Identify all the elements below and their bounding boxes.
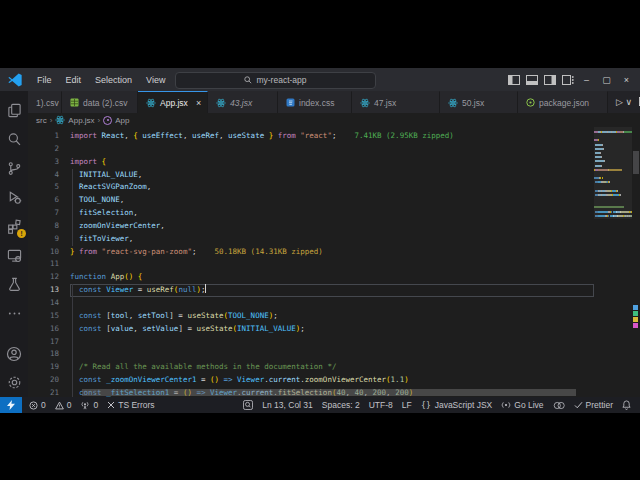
tab-App.jsx[interactable]: App.jsx×: [138, 91, 208, 113]
line-number[interactable]: 1: [28, 130, 70, 143]
problems-warnings[interactable]: 0: [55, 400, 72, 410]
layout-panel-icon[interactable]: [525, 73, 538, 86]
code-line[interactable]: const Viewer = useRef(null);: [70, 284, 594, 297]
encoding[interactable]: UTF-8: [369, 400, 393, 410]
explorer-icon[interactable]: [0, 96, 28, 125]
code-line[interactable]: } from "react-svg-pan-zoom"; 50.18KB (14…: [70, 246, 594, 259]
account-icon[interactable]: [0, 339, 28, 368]
menu-edit[interactable]: Edit: [59, 75, 89, 85]
minimap[interactable]: [594, 127, 632, 397]
cursor-position[interactable]: Ln 13, Col 31: [262, 400, 313, 410]
restore-button[interactable]: ▢: [599, 68, 614, 91]
code-line[interactable]: function App() {: [70, 271, 594, 284]
editor[interactable]: 123456789101112131415161718192021 import…: [28, 127, 640, 397]
vertical-scrollbar[interactable]: [632, 127, 640, 397]
code-line[interactable]: [70, 348, 594, 361]
code-line[interactable]: [70, 297, 594, 310]
ts-errors-indicator[interactable]: TS Errors: [107, 400, 154, 410]
tab-data--2-.csv[interactable]: data (2).csv: [62, 91, 138, 113]
code-line[interactable]: ReactSVGPanZoom,: [70, 181, 594, 194]
line-number[interactable]: 3: [28, 156, 70, 169]
tab-close-icon[interactable]: ×: [196, 98, 201, 108]
line-number[interactable]: 2: [28, 143, 70, 156]
menu-selection[interactable]: Selection: [88, 75, 139, 85]
layout-sidebar-right-icon[interactable]: [543, 73, 556, 86]
minimap-slider[interactable]: [594, 127, 632, 219]
settings-gear-icon[interactable]: [0, 368, 28, 397]
code-line[interactable]: import {: [70, 156, 594, 169]
code-line[interactable]: zoomOnViewerCenter,: [70, 220, 594, 233]
code-line[interactable]: import React, { useEffect, useRef, useSt…: [70, 130, 594, 143]
line-number[interactable]: 16: [28, 323, 70, 336]
prettier[interactable]: Prettier: [574, 400, 613, 410]
line-number[interactable]: 11: [28, 258, 70, 271]
editor-gutter[interactable]: 123456789101112131415161718192021: [28, 127, 70, 397]
line-number[interactable]: 14: [28, 297, 70, 310]
language-mode[interactable]: {}JavaScript JSX: [421, 400, 493, 410]
line-number[interactable]: 8: [28, 220, 70, 233]
search-icon[interactable]: [0, 125, 28, 154]
code-line[interactable]: const [value, setValue] = useState(INITI…: [70, 323, 594, 336]
breadcrumb-folder[interactable]: src: [36, 116, 47, 125]
problems-errors[interactable]: 0: [29, 400, 46, 410]
close-button[interactable]: ×: [619, 68, 634, 91]
notifications[interactable]: [622, 400, 631, 410]
vertical-scrollbar-thumb[interactable]: [633, 151, 639, 174]
code-area[interactable]: import React, { useEffect, useRef, useSt…: [70, 127, 594, 397]
testing-icon[interactable]: [0, 270, 28, 299]
code-line[interactable]: TOOL_NONE,: [70, 194, 594, 207]
source-control-icon[interactable]: [0, 154, 28, 183]
run-button[interactable]: ▷ ∨: [616, 97, 632, 107]
line-number[interactable]: 17: [28, 336, 70, 349]
line-number[interactable]: 15: [28, 310, 70, 323]
line-number[interactable]: 9: [28, 233, 70, 246]
line-number[interactable]: 4: [28, 169, 70, 182]
horizontal-scrollbar[interactable]: [70, 388, 594, 397]
code-line[interactable]: INITIAL_VALUE,: [70, 169, 594, 182]
code-line[interactable]: fitSelection,: [70, 207, 594, 220]
line-number[interactable]: 21: [28, 387, 70, 400]
code-line[interactable]: const _zoomOnViewerCenter1 = () => Viewe…: [70, 374, 594, 387]
pair-extension[interactable]: [553, 401, 565, 410]
tab-index.css[interactable]: index.css: [278, 91, 352, 113]
line-number[interactable]: 5: [28, 181, 70, 194]
menu-file[interactable]: File: [30, 75, 59, 85]
extensions-icon[interactable]: !: [0, 212, 28, 241]
tab-50.jsx[interactable]: 50.jsx: [440, 91, 518, 113]
tab-43.jsx[interactable]: 43.jsx: [208, 91, 278, 113]
tab-package.json[interactable]: package.json: [518, 91, 608, 113]
remote-explorer-icon[interactable]: [0, 241, 28, 270]
screencast-zoom[interactable]: [243, 400, 253, 410]
command-center-search[interactable]: my-react-app: [175, 72, 376, 89]
code-line[interactable]: fitToViewer,: [70, 233, 594, 246]
code-line[interactable]: [70, 143, 594, 156]
line-number[interactable]: 6: [28, 194, 70, 207]
remote-indicator[interactable]: [0, 397, 22, 413]
code-line[interactable]: [70, 336, 594, 349]
ports-indicator[interactable]: 0: [80, 400, 98, 410]
go-live[interactable]: Go Live: [501, 400, 543, 410]
minimize-button[interactable]: –: [579, 68, 594, 91]
breadcrumb-file[interactable]: App.jsx: [68, 116, 94, 125]
layout-sidebar-left-icon[interactable]: [507, 73, 520, 86]
tab-1-.csv[interactable]: 1).csv: [28, 91, 62, 113]
layout-customize-icon[interactable]: [561, 73, 574, 86]
line-number[interactable]: 19: [28, 361, 70, 374]
breadcrumb-symbol[interactable]: App: [115, 116, 129, 125]
tab-47.jsx[interactable]: 47.jsx: [352, 91, 440, 113]
code-line[interactable]: const [tool, setTool] = useState(TOOL_NO…: [70, 310, 594, 323]
menu-view[interactable]: View: [139, 75, 172, 85]
line-number[interactable]: 20: [28, 374, 70, 387]
line-number[interactable]: 12: [28, 271, 70, 284]
horizontal-scrollbar-thumb[interactable]: [82, 389, 576, 396]
debug-icon[interactable]: [0, 183, 28, 212]
line-number[interactable]: 18: [28, 348, 70, 361]
line-number[interactable]: 7: [28, 207, 70, 220]
indentation[interactable]: Spaces: 2: [322, 400, 360, 410]
code-line[interactable]: [70, 258, 594, 271]
code-line[interactable]: /* Read all the available methods in the…: [70, 361, 594, 374]
more-icon[interactable]: [0, 299, 28, 328]
line-number[interactable]: 13: [28, 284, 70, 297]
eol[interactable]: LF: [402, 400, 412, 410]
line-number[interactable]: 10: [28, 246, 70, 259]
